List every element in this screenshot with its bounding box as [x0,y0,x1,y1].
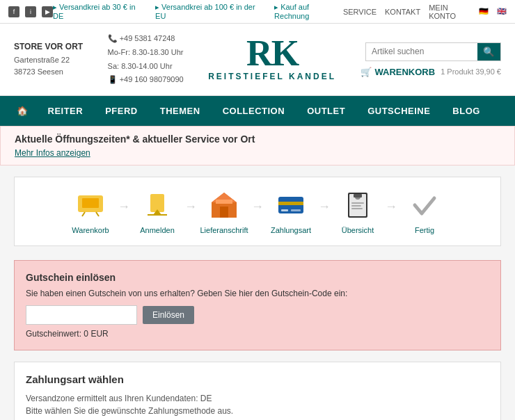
store-address1: Gartenstraße 22 [14,54,83,67]
svg-rect-1 [82,198,99,208]
coupon-section: Gutschein einlösen Sie haben einen Gutsc… [14,260,501,350]
nav-pferd[interactable]: PFERD [94,96,149,126]
nav-reiter[interactable]: REITER [37,96,95,126]
nav-blog[interactable]: BLOG [441,96,491,126]
coupon-title: Gutschein einlösen [26,272,489,283]
payment-section: Zahlungsart wählen Versandzone ermittelt… [14,362,501,420]
step-label-zahlungsart: Zahlungsart [271,226,311,234]
utility-links: SERVICE KONTAKT MEIN KONTO 🇩🇪 🇬🇧 [343,3,507,20]
nav-gutscheine[interactable]: GUTSCHEINE [356,96,441,126]
flag-gb[interactable]: 🇬🇧 [497,7,507,16]
hours1: Mo-Fr: 8.30-18.30 Uhr [108,46,184,60]
step-label-lieferanschrift: Lieferanschrift [200,226,248,234]
main-nav: 🏠 REITER PFERD THEMEN COLLECTION OUTLET … [0,96,515,126]
search-input[interactable] [366,43,477,60]
cart-count: 1 Produkt 39,90 € [441,67,501,76]
svg-rect-10 [278,202,303,205]
nav-themen[interactable]: THEMEN [149,96,212,126]
nav-outlet[interactable]: OUTLET [296,96,356,126]
arrow-4: → [318,200,331,224]
instagram-icon[interactable]: i [25,6,36,17]
flag-de[interactable]: 🇩🇪 [479,7,489,16]
phone2: 📱 +49 160 98079090 [108,73,184,87]
top-bar: f i ▶ Versandkrei ab 30 € in DE Versandk… [0,0,515,24]
svg-rect-16 [351,202,364,204]
nav-collection[interactable]: COLLECTION [212,96,296,126]
site-logo[interactable]: RK REITSTIEFEL KANDEL [208,38,336,81]
svg-rect-12 [291,209,301,211]
coupon-redeem-button[interactable]: Einlösen [143,306,194,324]
step-label-fertig: Fertig [415,226,434,234]
cart-icon-area[interactable]: 🛒 WARENKORB [360,67,435,77]
step-zahlungsart[interactable]: Zahlungsart [267,188,315,234]
store-info: STORE VOR ORT Gartenstraße 22 38723 Sees… [14,40,83,78]
promo-2[interactable]: Versandkrei ab 100 € in der EU [155,3,263,20]
youtube-icon[interactable]: ▶ [42,6,53,17]
promo-1[interactable]: Versandkrei ab 30 € in DE [53,3,144,20]
notice-link[interactable]: Mehr Infos anzeigen [15,148,90,158]
facebook-icon[interactable]: f [8,6,19,17]
header-right: 🔍 🛒 WARENKORB 1 Produkt 39,90 € [360,42,501,77]
coupon-value: Gutscheinwert: 0 EUR [26,329,489,339]
payment-title: Zahlungsart wählen [26,373,489,385]
svg-rect-11 [281,209,288,211]
step-icon-lieferanschrift [207,188,241,222]
contact-info: 📞 +49 5381 47248 Mo-Fr: 8.30-18.30 Uhr S… [108,32,184,87]
account-link[interactable]: MEIN KONTO [429,3,470,20]
service-link[interactable]: SERVICE [343,8,377,16]
svg-rect-17 [351,205,361,207]
arrow-5: → [385,200,397,224]
step-icon-zahlungsart [274,188,308,222]
social-links: f i ▶ [8,6,53,17]
logo-letters: RK [208,38,336,70]
site-header: STORE VOR ORT Gartenstraße 22 38723 Sees… [0,24,515,96]
checkout-steps: Warenkorb → Anmelden → [14,177,501,246]
step-icon-warenkorb [74,188,107,222]
step-icon-uebersicht [341,188,374,222]
search-button[interactable]: 🔍 [477,43,500,60]
coupon-description: Sie haben einen Gutschein von uns erhalt… [26,289,489,298]
step-lieferanschrift[interactable]: Lieferanschrift [200,188,248,234]
arrow-1: → [118,200,130,224]
promo-3[interactable]: Kauf auf Rechnung [274,3,343,20]
svg-rect-6 [220,207,228,218]
notice-title: Aktuelle Öffnungszeiten* & aktueller Ser… [15,134,500,145]
arrow-2: → [184,200,197,224]
svg-rect-19 [354,194,362,197]
payment-info1: Versandzone ermittelt aus Ihren Kundenda… [26,394,489,403]
step-anmelden[interactable]: Anmelden [133,188,182,234]
step-icon-anmelden [141,188,174,222]
main-content: Warenkorb → Anmelden → [0,165,515,420]
step-icon-fertig [408,188,441,222]
cart-icon: 🛒 [360,67,372,77]
step-warenkorb[interactable]: Warenkorb [66,188,115,234]
contact-link[interactable]: KONTAKT [385,8,420,16]
coupon-input[interactable] [26,305,137,325]
search-box[interactable]: 🔍 [365,42,501,61]
store-address2: 38723 Seesen [14,66,83,79]
step-label-anmelden: Anmelden [140,226,175,234]
promo-links: Versandkrei ab 30 € in DE Versandkrei ab… [53,3,343,20]
svg-rect-8 [216,200,232,204]
hours2: Sa: 8.30-14.00 Uhr [108,60,184,74]
step-label-warenkorb: Warenkorb [72,226,109,234]
coupon-input-row: Einlösen [26,305,489,325]
notice-banner: Aktuelle Öffnungszeiten* & aktueller Ser… [0,126,515,165]
logo-subtitle: REITSTIEFEL KANDEL [208,72,336,81]
cart-area[interactable]: 🛒 WARENKORB 1 Produkt 39,90 € [360,67,501,77]
cart-label: WARENKORB [374,67,435,77]
step-label-uebersicht: Übersicht [342,226,374,234]
arrow-3: → [251,200,264,224]
payment-info2: Bitte wählen Sie die gewünschte Zahlungs… [26,406,489,416]
phone1: 📞 +49 5381 47248 [108,32,184,46]
store-name: STORE VOR ORT [14,40,83,54]
step-fertig[interactable]: Fertig [400,188,449,234]
svg-rect-18 [351,208,363,209]
nav-home[interactable]: 🏠 [8,96,37,126]
step-uebersicht[interactable]: Übersicht [333,188,382,234]
